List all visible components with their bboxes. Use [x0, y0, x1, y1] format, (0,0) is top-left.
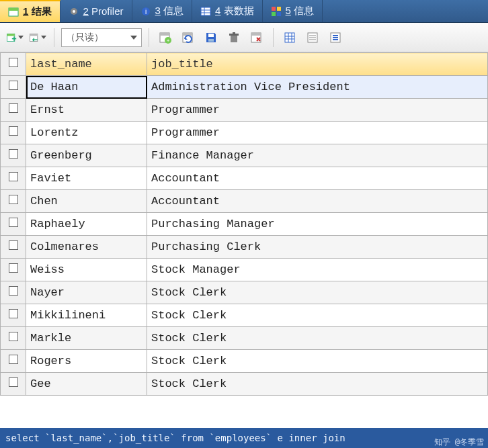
cell-job_title[interactable]: Purchasing Manager [147, 213, 488, 236]
table-row[interactable]: GeeStock Clerk [1, 373, 488, 396]
checkbox-icon [9, 103, 18, 113]
cell-job_title[interactable]: Stock Clerk [147, 327, 488, 350]
tab-profiler[interactable]: 2 Profiler [60, 0, 132, 22]
cell-last_name[interactable]: Gee [26, 373, 147, 396]
cell-last_name[interactable]: Rogers [26, 350, 147, 373]
cell-job_title[interactable]: Programmer [147, 122, 488, 144]
table-row[interactable]: NayerStock Clerk [1, 281, 488, 304]
cell-last_name[interactable]: Lorentz [26, 122, 147, 144]
tab-number: 1 [23, 5, 28, 17]
svg-rect-17 [13, 36, 15, 40]
svg-rect-29 [229, 34, 239, 36]
table-row[interactable]: LorentzProgrammer [1, 122, 488, 144]
cell-last_name[interactable]: Mikkilineni [26, 304, 147, 327]
cancel-button[interactable] [247, 28, 266, 47]
tab-label: 信息 [294, 5, 314, 16]
table-row[interactable]: ChenAccountant [1, 190, 488, 213]
cell-job_title[interactable]: Stock Manager [147, 259, 488, 281]
table-row[interactable]: MarkleStock Clerk [1, 327, 488, 350]
svg-text:i: i [145, 8, 146, 15]
mode-select-label: （只读） [66, 32, 104, 44]
svg-rect-26 [208, 34, 214, 37]
undo-button[interactable] [179, 28, 198, 47]
row-checkbox-cell[interactable] [1, 281, 26, 304]
result-grid[interactable]: last_name job_title De HaanAdministratio… [0, 52, 488, 396]
cell-job_title[interactable]: Stock Clerk [147, 281, 488, 304]
column-header[interactable]: job_title [147, 53, 488, 76]
tab-信息[interactable]: i3 信息 [132, 0, 193, 22]
tab-number: 2 [83, 5, 89, 17]
cell-last_name[interactable]: Nayer [26, 281, 147, 304]
table-row[interactable]: ErnstProgrammer [1, 99, 488, 122]
toolbar: （只读） + [0, 23, 488, 52]
cell-job_title[interactable]: Purchasing Clerk [147, 236, 488, 259]
cell-last_name[interactable]: Faviet [26, 167, 147, 190]
tab-number: 4 [215, 5, 220, 16]
table-row[interactable]: MikkilineniStock Clerk [1, 304, 488, 327]
row-checkbox-cell[interactable] [1, 304, 26, 327]
form-view-button[interactable] [303, 28, 322, 47]
select-all-header[interactable] [1, 53, 26, 76]
checkbox-icon [9, 58, 18, 67]
table-row[interactable]: WeissStock Manager [1, 259, 488, 281]
grid-icon [200, 6, 211, 17]
tab-信息[interactable]: 5 信息 [263, 0, 323, 22]
add-row-button[interactable] [5, 28, 24, 47]
row-checkbox-cell[interactable] [1, 190, 26, 213]
row-checkbox-cell[interactable] [1, 259, 26, 281]
delete-button[interactable] [225, 28, 243, 47]
table-row[interactable]: FavietAccountant [1, 167, 488, 190]
cell-last_name[interactable]: Raphaely [26, 213, 147, 236]
svg-rect-13 [277, 12, 281, 16]
cell-last_name[interactable]: Chen [26, 190, 147, 213]
checkbox-icon [9, 332, 18, 341]
row-checkbox-cell[interactable] [1, 327, 26, 350]
cell-last_name[interactable]: Ernst [26, 99, 147, 122]
row-checkbox-cell[interactable] [1, 122, 26, 144]
row-checkbox-cell[interactable] [1, 144, 26, 167]
cell-last_name[interactable]: Greenberg [26, 144, 147, 167]
row-checkbox-cell[interactable] [1, 167, 26, 190]
svg-rect-6 [201, 7, 210, 15]
table-row[interactable]: De HaanAdministration Vice President [1, 76, 488, 99]
cell-job_title[interactable]: Accountant [147, 167, 488, 190]
cell-job_title[interactable]: Stock Clerk [147, 304, 488, 327]
cell-last_name[interactable]: Markle [26, 327, 147, 350]
cell-job_title[interactable]: Stock Clerk [147, 350, 488, 373]
checkbox-icon [9, 377, 18, 387]
copy-row-button[interactable] [28, 28, 47, 47]
svg-rect-1 [9, 8, 18, 11]
tab-number: 5 [286, 5, 291, 16]
grid-view-button[interactable] [280, 28, 299, 47]
tab-结果[interactable]: 1 结果 [0, 0, 60, 22]
mode-select[interactable]: （只读） [61, 28, 142, 47]
row-checkbox-cell[interactable] [1, 99, 26, 122]
column-header[interactable]: last_name [26, 53, 147, 76]
cell-job_title[interactable]: Accountant [147, 190, 488, 213]
cell-job_title[interactable]: Programmer [147, 99, 488, 122]
refresh-button[interactable]: + [156, 28, 175, 47]
cell-job_title[interactable]: Stock Clerk [147, 373, 488, 396]
row-checkbox-cell[interactable] [1, 350, 26, 373]
row-checkbox-cell[interactable] [1, 373, 26, 396]
table-row[interactable]: GreenbergFinance Manager [1, 144, 488, 167]
table-icon [8, 7, 19, 17]
cell-last_name[interactable]: Colmenares [26, 236, 147, 259]
table-row[interactable]: RogersStock Clerk [1, 350, 488, 373]
text-view-button[interactable] [326, 28, 345, 47]
tab-number: 3 [155, 5, 161, 16]
svg-rect-21 [160, 33, 169, 36]
save-button[interactable] [202, 28, 220, 47]
tab-表数据[interactable]: 4 表数据 [192, 0, 263, 22]
cell-job_title[interactable]: Finance Manager [147, 144, 488, 167]
row-checkbox-cell[interactable] [1, 213, 26, 236]
table-row[interactable]: RaphaelyPurchasing Manager [1, 213, 488, 236]
cell-last_name[interactable]: De Haan [26, 76, 147, 99]
row-checkbox-cell[interactable] [1, 76, 26, 99]
sql-text: select `last_name`,`job_title` from `emp… [5, 433, 345, 443]
table-row[interactable]: ColmenaresPurchasing Clerk [1, 236, 488, 259]
row-checkbox-cell[interactable] [1, 236, 26, 259]
cell-job_title[interactable]: Administration Vice President [147, 76, 488, 99]
cell-last_name[interactable]: Weiss [26, 259, 147, 281]
tab-label: Profiler [91, 5, 124, 17]
